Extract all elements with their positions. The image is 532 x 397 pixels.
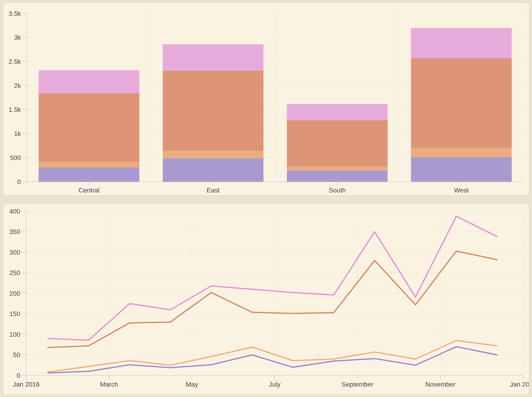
y-axis-tick-label: 1.5k: [9, 106, 21, 113]
x-axis-tick-label: November: [425, 381, 456, 388]
x-axis-tick-label: May: [186, 381, 198, 388]
bar-segment-series-salmon[interactable]: [163, 71, 263, 151]
x-axis-tick-label: September: [342, 381, 374, 388]
line-chart-card: 050100150200250300350400Jan 2016MarchMay…: [3, 203, 529, 395]
x-axis-category-label: South: [329, 187, 346, 194]
bar-segment-series-tan[interactable]: [411, 148, 512, 157]
bar-segment-series-purple[interactable]: [38, 167, 139, 182]
bar-segment-series-pink[interactable]: [163, 44, 263, 71]
y-axis-tick-label: 150: [9, 310, 20, 317]
x-axis-tick-label: Jan 2017: [510, 381, 529, 388]
x-axis-category-label: East: [207, 187, 220, 194]
y-axis-tick-label: 500: [10, 154, 21, 161]
x-axis-category-label: West: [454, 187, 469, 194]
bar-segment-series-pink[interactable]: [287, 104, 388, 120]
bar-segment-series-purple[interactable]: [163, 158, 263, 182]
bar-segment-series-tan[interactable]: [38, 162, 139, 167]
x-axis-category-label: Central: [78, 187, 99, 194]
y-axis-tick-label: 100: [9, 331, 20, 338]
y-axis-tick-label: 3.5k: [9, 10, 21, 17]
y-axis-tick-label: 1k: [14, 130, 21, 137]
line-chart: 050100150200250300350400Jan 2016MarchMay…: [3, 204, 529, 395]
x-axis-tick-label: Jan 2016: [13, 381, 39, 388]
bar-segment-series-purple[interactable]: [287, 170, 388, 182]
bar-segment-series-purple[interactable]: [411, 157, 512, 182]
y-axis-tick-label: 250: [9, 269, 20, 276]
y-axis-tick-label: 2.5k: [9, 58, 21, 65]
bar-segment-series-salmon[interactable]: [38, 93, 139, 162]
line-series-salmon[interactable]: [48, 251, 497, 347]
y-axis-tick-label: 2k: [14, 82, 21, 89]
y-axis-tick-label: 3k: [14, 34, 21, 41]
y-axis-tick-label: 0: [17, 372, 20, 379]
y-axis-tick-label: 350: [9, 228, 20, 235]
y-axis-tick-label: 0: [17, 178, 21, 186]
stacked-bar-chart: 05001k1.5k2k2.5k3k3.5kCentralEastSouthWe…: [3, 3, 529, 195]
line-series-pink[interactable]: [48, 216, 497, 340]
bar-segment-series-tan[interactable]: [163, 151, 263, 158]
bar-chart-card: 05001k1.5k2k2.5k3k3.5kCentralEastSouthWe…: [3, 2, 529, 196]
bar-segment-series-salmon[interactable]: [287, 120, 388, 166]
x-axis-tick-label: July: [269, 381, 281, 388]
bar-segment-series-tan[interactable]: [287, 167, 388, 171]
x-axis-tick-label: March: [100, 381, 118, 388]
y-axis-tick-label: 200: [9, 290, 20, 297]
line-series-purple[interactable]: [48, 347, 497, 373]
bar-segment-series-pink[interactable]: [411, 28, 512, 58]
bar-segment-series-salmon[interactable]: [411, 58, 512, 148]
y-axis-tick-label: 300: [9, 249, 20, 256]
y-axis-tick-label: 50: [13, 351, 20, 359]
y-axis-tick-label: 400: [9, 208, 20, 215]
bar-segment-series-pink[interactable]: [38, 70, 139, 93]
